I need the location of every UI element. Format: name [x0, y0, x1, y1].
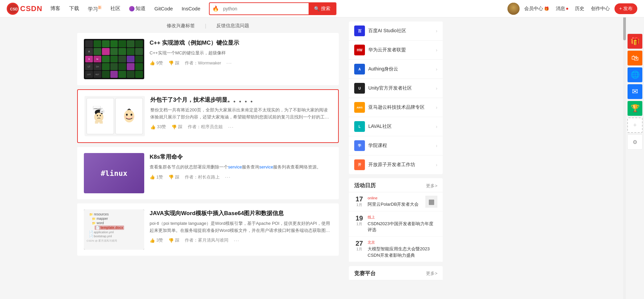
nav-zhidao[interactable]: 知道 [126, 3, 149, 14]
more-btn-3[interactable]: ··· [225, 175, 231, 180]
svg-point-18 [131, 116, 133, 118]
meme-thumb: 有编程功底么? [85, 96, 145, 136]
location-badge-2: 线上 [368, 215, 375, 219]
article-title-1[interactable]: C++ 实现游戏（例如MC）键位显示 [150, 39, 332, 47]
chevron-unity: › [436, 86, 437, 91]
nav-blog[interactable]: 博客 [47, 3, 64, 14]
scrollbar-track[interactable] [623, 0, 626, 284]
right-btn-settings[interactable]: ⚙ [627, 134, 643, 150]
activity-title-3[interactable]: 大模型智能应用生态大会暨2023 CSDN开发者影响力盛典 [368, 246, 437, 258]
nav-community[interactable]: 社区 [107, 3, 124, 14]
article-desc-4: poi-tl（poi template language）是Word模板引擎，基… [150, 220, 332, 234]
desc-link-service: service [228, 164, 242, 169]
right-btn-net[interactable]: 🌐 [627, 67, 643, 83]
nav-create[interactable]: 创作中心 [589, 4, 612, 13]
search-bar: 🔥 🔍 搜索 [209, 2, 336, 15]
search-button[interactable]: 🔍 搜索 [309, 3, 336, 14]
like-btn-3[interactable]: 👍 1赞 [150, 174, 163, 180]
sidebar-item-laval[interactable]: L LAVAL社区 › [349, 117, 443, 136]
contest-more[interactable]: 更多> [426, 270, 437, 277]
page-layout: 修改兴趣标签 | 反馈信息流问题 A [70, 17, 574, 284]
open-logo: 开 [354, 159, 365, 170]
huawei-logo: HW [354, 45, 365, 55]
article-title-4[interactable]: JAVA实现向Word模板中插入Base64图片和数据信息 [150, 209, 332, 217]
right-btn-shop[interactable]: 🛍 [627, 50, 643, 66]
baidu-logo: 百 [354, 26, 365, 36]
qr-icon-1: ▦ [428, 198, 435, 206]
article-body-3: K8s常用命令 查看集群各节点的状态部署应用删除一个service服务查询ser… [150, 153, 332, 180]
tag-divider: | [205, 23, 206, 29]
activity-day-2: 19 [354, 215, 364, 221]
sidebar-item-text-huawei: 华为云开发者联盟 [368, 47, 432, 53]
activity-more[interactable]: 更多> [426, 183, 437, 189]
search-input[interactable] [222, 4, 309, 14]
chevron-huawei: › [436, 47, 437, 53]
dislike-btn-4[interactable]: 👎 踩 [168, 237, 179, 243]
svg-point-7 [97, 115, 98, 116]
nav-message[interactable]: 消息 [554, 4, 570, 13]
article-title-2[interactable]: 外包干了3个月，技术退步明显。。。。。 [150, 96, 331, 104]
right-btn-award[interactable]: 🏆 [627, 101, 643, 116]
tag-feedback[interactable]: 反馈信息流问题 [216, 23, 249, 29]
activity-title-1[interactable]: 阿里云PolarDB开发者大会 [368, 201, 422, 207]
java-thumb: 📁 resources 📁 mapper 📁 word 📄 template.d… [84, 209, 144, 250]
sidebar: 百 百度AI Studio社区 › HW 华为云开发者联盟 › A Authin… [345, 17, 446, 284]
like-btn-2[interactable]: 👍 33赞 [150, 124, 166, 130]
laval-logo: L [354, 121, 365, 132]
svg-point-8 [100, 115, 101, 116]
svg-text:有编程功底么?: 有编程功底么? [94, 108, 103, 109]
location-badge-3: 北京 [368, 240, 375, 244]
sidebar-item-open[interactable]: 开 开放原子开发者工作坊 › [349, 155, 443, 174]
right-btn-add[interactable]: + [627, 117, 643, 133]
more-btn-4[interactable]: ··· [234, 238, 239, 243]
dislike-btn-2[interactable]: 👎 踩 [171, 124, 182, 130]
right-btn-gift[interactable]: 🎁 [627, 34, 643, 49]
article-title-3[interactable]: K8s常用命令 [150, 153, 332, 161]
sidebar-item-amazon[interactable]: AWS 亚马逊云科技技术品牌专区 › [349, 98, 443, 117]
avatar[interactable] [507, 3, 520, 15]
more-btn-1[interactable]: ··· [226, 60, 232, 65]
sidebar-item-unity[interactable]: U Unity官方开发者社区 › [349, 79, 443, 98]
amazon-logo: AWS [354, 102, 365, 113]
activity-month-1: 1月 [354, 202, 364, 207]
nav-member[interactable]: 会员中心 🎁 [522, 4, 551, 13]
sidebar-activity: 活动日历 更多> 17 1月 online 阿里云PolarDB开发者大会 ▦ [349, 178, 443, 262]
dislike-btn-1[interactable]: 👎 踩 [168, 60, 179, 66]
tag-interest[interactable]: 修改兴趣标签 [167, 23, 195, 29]
sidebar-contest: 竞赛平台 更多> [349, 266, 443, 280]
member-icon: 🎁 [544, 6, 549, 11]
article-body-1: C++ 实现游戏（例如MC）键位显示 C++实现一个MC的键位显示，超级像样 👍… [150, 39, 332, 66]
article-card-4: 📁 resources 📁 mapper 📁 word 📄 template.d… [77, 203, 339, 256]
nav-gitcode[interactable]: GitCode [151, 4, 176, 13]
logo[interactable]: CSDN CSDN [7, 3, 42, 15]
right-btn-mail[interactable]: ✉ [627, 84, 643, 99]
desc-link-service2: service [259, 164, 273, 169]
chevron-laval: › [436, 124, 437, 129]
sidebar-item-text-laval: LAVAL社区 [368, 123, 432, 130]
activity-title-2[interactable]: CSDN2023中国开发者影响力年度评选 [368, 221, 437, 233]
authting-logo: A [354, 64, 365, 74]
dislike-btn-3[interactable]: 👎 踩 [168, 174, 179, 180]
article-card-3: #linux K8s常用命令 查看集群各节点的状态部署应用删除一个service… [77, 147, 339, 199]
activity-info-3: 北京 大模型智能应用生态大会暨2023 CSDN开发者影响力盛典 [368, 240, 437, 258]
nav-learn[interactable]: 学习新 [85, 3, 105, 14]
article-thumb-3: #linux [84, 153, 144, 193]
sidebar-item-authting[interactable]: A Authing身份云 › [349, 60, 443, 79]
more-btn-2[interactable]: ··· [228, 124, 234, 130]
activity-qr-1[interactable]: ▦ [425, 196, 437, 208]
sidebar-item-academy[interactable]: 学 学院课程 › [349, 136, 443, 155]
activity-date-3: 27 1月 [354, 240, 364, 252]
svg-rect-11 [99, 122, 103, 123]
svg-rect-10 [95, 122, 98, 123]
like-btn-4[interactable]: 👍 3赞 [150, 237, 163, 243]
nav-history[interactable]: 历史 [573, 4, 586, 13]
publish-button[interactable]: + 发布 [614, 3, 637, 14]
activity-date-1: 17 1月 [354, 196, 364, 207]
sidebar-item-baidu[interactable]: 百 百度AI Studio社区 › [349, 21, 443, 41]
like-btn-1[interactable]: 👍 9赞 [150, 60, 163, 66]
nav-download[interactable]: 下载 [66, 3, 83, 14]
navbar: CSDN CSDN 博客 下载 学习新 社区 知道 GitCode InsCod… [0, 0, 644, 17]
sidebar-item-huawei[interactable]: HW 华为云开发者联盟 › [349, 41, 443, 60]
nav-inscode[interactable]: InsCode [178, 4, 204, 13]
article-body-4: JAVA实现向Word模板中插入Base64图片和数据信息 poi-tl（poi… [150, 209, 332, 243]
